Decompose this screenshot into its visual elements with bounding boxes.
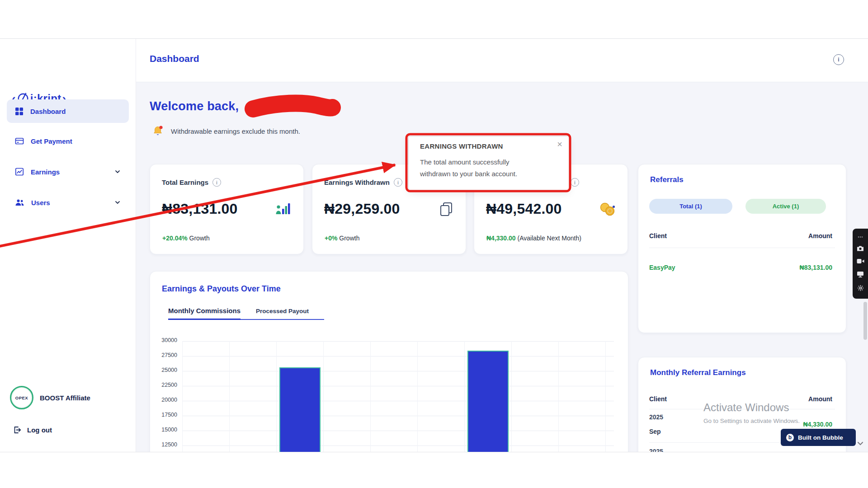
growth-value: +0% bbox=[325, 235, 337, 242]
chevron-down-icon[interactable] bbox=[114, 169, 121, 175]
tooltip-body-line: withdrawn to your bank account. bbox=[420, 168, 517, 180]
close-icon[interactable]: × bbox=[557, 139, 562, 150]
notice-row: Withdrawable earnings exclude this month… bbox=[152, 125, 300, 137]
column-header-amount: Amount bbox=[808, 395, 832, 403]
video-camera-icon[interactable] bbox=[857, 258, 864, 264]
logout-button[interactable]: Log out bbox=[13, 426, 52, 434]
bubble-badge-label: Built on Bubble bbox=[798, 434, 843, 441]
stat-card-growth: +0% Growth bbox=[325, 235, 359, 242]
bubble-logo-icon: b bbox=[786, 434, 794, 441]
sidebar-item-get-payment[interactable]: Get Payment bbox=[7, 129, 129, 153]
logout-icon bbox=[13, 426, 21, 434]
stat-card-title: Earnings Withdrawn bbox=[324, 178, 390, 186]
info-glyph: i bbox=[838, 56, 839, 63]
welcome-title: Welcome back, bbox=[150, 99, 239, 113]
built-on-bubble-badge[interactable]: b Built on Bubble bbox=[781, 429, 856, 446]
column-header-client: Client bbox=[649, 395, 667, 403]
sidebar-item-label: Users bbox=[31, 199, 50, 206]
stat-card-title: Total Earnings bbox=[162, 178, 208, 186]
referral-month-cell: Sep bbox=[649, 428, 661, 435]
referrals-title: Referrals bbox=[650, 175, 684, 184]
bell-icon bbox=[152, 125, 164, 137]
stat-card-value: ₦49,542.00 bbox=[486, 201, 561, 217]
info-glyph: i bbox=[397, 180, 399, 185]
bubble-logo-glyph: b bbox=[788, 434, 792, 441]
growth-label: (Available Next Month) bbox=[516, 235, 581, 242]
growth-value: +20.04% bbox=[162, 235, 188, 242]
coins-icon bbox=[599, 202, 616, 217]
camera-icon[interactable] bbox=[857, 245, 864, 252]
monitor-icon[interactable] bbox=[857, 271, 864, 277]
sidebar-item-dashboard[interactable]: Dashboard bbox=[7, 99, 129, 123]
earnings-chart-icon bbox=[15, 167, 24, 176]
stat-card-growth: +20.04% Growth bbox=[162, 235, 210, 242]
info-glyph: i bbox=[216, 180, 217, 185]
referral-amount-cell: ₦83,131.00 bbox=[800, 264, 832, 271]
referral-client-cell[interactable]: EasyPay bbox=[649, 264, 675, 271]
sidebar: ‹ i:kript › Dashboard Get Payment Earnin… bbox=[0, 39, 136, 452]
logout-label: Log out bbox=[27, 426, 52, 434]
stat-card-title-row: Total Earnings i bbox=[162, 178, 293, 187]
affiliate-label: BOOST Affiliate bbox=[40, 394, 90, 402]
activate-windows-watermark-subtext: Go to Settings to activate Windows. bbox=[703, 418, 800, 424]
stat-card-total-earnings: Total Earnings i ₦83,131.00 +20.04% Grow… bbox=[150, 164, 304, 254]
activate-windows-watermark: Activate Windows bbox=[703, 401, 789, 414]
header-info-icon[interactable]: i bbox=[833, 54, 844, 65]
sidebar-item-users[interactable]: Users bbox=[7, 191, 129, 214]
growth-label: Growth bbox=[337, 235, 359, 242]
analytics-person-icon bbox=[275, 202, 292, 217]
sidebar-item-label: Dashboard bbox=[30, 108, 66, 115]
referrals-card: Referrals Total (1) Active (1) Client Am… bbox=[638, 164, 846, 333]
chevron-down-icon[interactable] bbox=[114, 199, 121, 206]
header-band bbox=[136, 39, 868, 82]
copy-pages-icon bbox=[439, 202, 454, 217]
stat-card-growth: ₦4,330.00 (Available Next Month) bbox=[486, 235, 581, 242]
screen-recorder-widget bbox=[853, 229, 868, 299]
info-glyph: i bbox=[574, 180, 576, 185]
opex-logo: OPEX bbox=[10, 386, 33, 409]
referrals-total-pill[interactable]: Total (1) bbox=[649, 199, 732, 214]
monthly-referrals-title: Monthly Referral Earnings bbox=[650, 368, 746, 377]
sidebar-item-label: Earnings bbox=[31, 168, 60, 176]
referrals-active-pill[interactable]: Active (1) bbox=[745, 199, 826, 214]
stat-card-value: ₦83,131.00 bbox=[162, 201, 237, 217]
tooltip-title: EARNINGS WITHDRAWN bbox=[420, 142, 503, 150]
gear-icon[interactable] bbox=[857, 285, 864, 291]
info-icon[interactable]: i bbox=[212, 178, 221, 187]
page-title: Dashboard bbox=[150, 53, 199, 64]
notice-text: Withdrawable earnings exclude this month… bbox=[171, 127, 300, 135]
column-header-amount: Amount bbox=[808, 232, 832, 239]
tooltip-body-line: The total amount successfully bbox=[420, 156, 517, 168]
sidebar-item-earnings[interactable]: Earnings bbox=[7, 160, 129, 183]
earnings-withdrawn-tooltip: EARNINGS WITHDRAWN × The total amount su… bbox=[408, 136, 569, 190]
payment-card-icon bbox=[15, 136, 24, 145]
affiliate-brand: OPEX BOOST Affiliate bbox=[10, 386, 90, 409]
growth-value: ₦4,330.00 bbox=[486, 235, 516, 242]
info-icon[interactable]: i bbox=[394, 178, 402, 187]
table-divider bbox=[649, 248, 835, 248]
dashboard-icon bbox=[15, 107, 24, 116]
viewport-bottom-strip bbox=[0, 452, 868, 488]
tooltip-body: The total amount successfully withdrawn … bbox=[420, 156, 517, 180]
scrollbar-down-arrow[interactable] bbox=[857, 441, 863, 446]
grip-dots-icon[interactable] bbox=[858, 236, 863, 238]
info-icon[interactable]: i bbox=[571, 178, 579, 187]
users-icon bbox=[15, 198, 24, 207]
scrollbar-thumb[interactable] bbox=[863, 302, 867, 340]
stat-card-value: ₦29,259.00 bbox=[324, 201, 400, 217]
sidebar-item-label: Get Payment bbox=[31, 137, 72, 145]
opex-logo-text: OPEX bbox=[15, 395, 28, 400]
growth-label: Growth bbox=[188, 235, 210, 242]
column-header-client: Client bbox=[649, 232, 667, 239]
referral-amount-cell: ₦4,330.00 bbox=[803, 421, 832, 428]
referral-year-cell: 2025 bbox=[649, 413, 663, 421]
